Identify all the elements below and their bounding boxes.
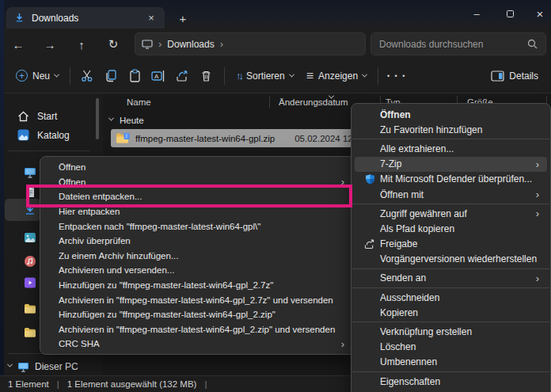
menu-item-oeffnen-mit[interactable]: Öffnen mit› xyxy=(355,187,547,202)
window-edge xyxy=(0,0,4,392)
menu-item-senden-an[interactable]: Senden an› xyxy=(355,271,547,286)
sidebar-videos-icon[interactable] xyxy=(24,276,36,289)
up-button[interactable]: ↑ xyxy=(71,35,92,54)
this-pc-icon xyxy=(142,40,153,49)
rename-button[interactable]: A xyxy=(146,64,170,88)
menu-item-hinzufuegen-zip[interactable]: Hinzufügen zu "ffmpeg-master-latest-win6… xyxy=(40,307,355,322)
computer-icon xyxy=(17,362,29,372)
svg-text:A: A xyxy=(154,73,159,80)
menu-item-ausschneiden[interactable]: Ausschneiden xyxy=(355,290,547,305)
share-button[interactable] xyxy=(170,64,194,88)
menu-item-vorgaengerversionen[interactable]: Vorgängerversionen wiederherstellen xyxy=(355,252,547,267)
menu-item-archivieren-zip-versenden[interactable]: Archivieren in "ffmpeg-master-latest-win… xyxy=(40,322,355,337)
menu-item-kopieren[interactable]: Kopieren xyxy=(355,305,547,320)
status-selection-info: 1 Element ausgewählt (132 MB) xyxy=(67,379,197,389)
menu-item-oeffnen-1[interactable]: Öffnen xyxy=(40,160,355,175)
new-tab-button[interactable]: + xyxy=(174,10,192,27)
share-icon xyxy=(364,239,375,249)
menu-separator xyxy=(352,204,549,204)
details-button-label: Details xyxy=(509,70,538,82)
details-pane-button[interactable]: Details xyxy=(484,66,545,86)
back-button[interactable]: ← xyxy=(8,35,28,54)
menu-separator xyxy=(352,322,549,322)
toolbar-divider xyxy=(70,67,70,85)
status-divider: | xyxy=(57,379,59,389)
download-tab-icon xyxy=(14,13,25,23)
column-divider[interactable] xyxy=(269,96,270,108)
status-total-count: 1 Element xyxy=(8,379,49,389)
status-divider: | xyxy=(204,379,207,389)
menu-separator xyxy=(352,139,549,139)
view-button-label: Anzeigen xyxy=(318,70,358,82)
toolbar-divider xyxy=(224,67,225,85)
breadcrumb-downloads[interactable]: Downloads xyxy=(167,39,214,50)
breadcrumb-separator-icon: › xyxy=(220,38,223,50)
submenu-arrow-icon: › xyxy=(536,207,539,219)
paste-button[interactable] xyxy=(123,64,146,88)
sort-button-label: Sortieren xyxy=(246,70,285,82)
delete-button[interactable] xyxy=(194,64,218,88)
forward-button[interactable]: → xyxy=(40,35,60,54)
copy-button[interactable] xyxy=(99,64,123,88)
menu-item-defender-scan[interactable]: Mit Microsoft Defender überprüfen... xyxy=(355,172,547,187)
sidebar-desktop-icon[interactable] xyxy=(24,166,36,179)
column-header-name[interactable]: Name xyxy=(127,93,285,111)
cut-button[interactable] xyxy=(75,64,99,88)
menu-item-als-pfad-kopieren[interactable]: Als Pfad kopieren xyxy=(355,221,547,236)
chevron-down-icon xyxy=(54,72,59,78)
view-button[interactable]: ≡ Anzeigen xyxy=(300,64,373,88)
tab-title: Downloads xyxy=(32,13,144,24)
minimize-button[interactable]: – xyxy=(459,0,494,27)
search-box[interactable] xyxy=(370,32,546,55)
refresh-button[interactable]: ↻ xyxy=(103,35,124,54)
menu-item-loeschen[interactable]: Löschen xyxy=(355,340,547,355)
search-icon xyxy=(527,39,538,49)
group-header-heute[interactable]: Heute xyxy=(109,112,144,128)
tab-downloads[interactable]: Downloads × xyxy=(6,7,165,29)
sort-icon: ↑↓ xyxy=(236,70,241,82)
group-label: Heute xyxy=(120,116,144,125)
sidebar-folder-icon[interactable] xyxy=(24,326,36,339)
menu-item-zu-archiv-hinzufuegen[interactable]: Zu einem Archiv hinzufügen... xyxy=(40,249,355,264)
sidebar-scrollbar[interactable] xyxy=(96,98,99,139)
annotation-highlight-box xyxy=(26,185,352,207)
more-options-button[interactable]: • • • xyxy=(383,64,410,88)
menu-item-archivieren-7z-versenden[interactable]: Archivieren in "ffmpeg-master-latest-win… xyxy=(40,292,355,307)
menu-item-7zip[interactable]: 7-Zip› xyxy=(355,157,547,172)
tab-close-icon[interactable]: × xyxy=(144,11,158,25)
zip-file-icon xyxy=(116,132,130,144)
sidebar-item-katalog[interactable]: Katalog xyxy=(6,125,92,145)
menu-item-entpacken-nach[interactable]: Entpacken nach "ffmpeg-master-latest-win… xyxy=(40,219,355,234)
chevron-down-icon xyxy=(289,72,294,78)
sort-button[interactable]: ↑↓ Sortieren xyxy=(230,65,300,86)
menu-item-archivieren-versenden[interactable]: Archivieren und versenden... xyxy=(40,263,355,278)
sidebar-pictures-icon[interactable] xyxy=(24,231,36,244)
menu-item-archiv-ueberpruefen[interactable]: Archiv überprüfen xyxy=(40,234,355,249)
command-toolbar: + Neu A ↑↓ Sortieren ≡ An xyxy=(0,59,551,93)
file-name: ffmpeg-master-latest-win64-gpl.zip xyxy=(135,134,275,143)
menu-item-zu-favoriten[interactable]: Zu Favoriten hinzufügen xyxy=(355,122,547,137)
menu-item-oeffnen[interactable]: Öffnen xyxy=(355,107,547,122)
sidebar-divider xyxy=(8,150,90,151)
menu-item-freigabe[interactable]: Freigabe xyxy=(355,237,547,252)
sidebar-music-icon[interactable] xyxy=(24,255,36,268)
menu-item-crc-sha[interactable]: CRC SHA› xyxy=(40,337,355,352)
new-button[interactable]: + Neu xyxy=(10,65,65,86)
menu-item-umbenennen[interactable]: Umbenennen xyxy=(355,355,547,370)
search-input[interactable] xyxy=(379,39,527,50)
menu-item-hinzufuegen-7z[interactable]: Hinzufügen zu "ffmpeg-master-latest-win6… xyxy=(40,278,355,293)
menu-item-alle-extrahieren[interactable]: Alle extrahieren... xyxy=(355,141,547,156)
menu-separator xyxy=(352,287,549,288)
chevron-down-icon xyxy=(362,72,367,78)
gallery-icon xyxy=(17,129,29,141)
new-button-label: Neu xyxy=(32,70,50,82)
view-list-icon: ≡ xyxy=(306,69,314,83)
sidebar-item-start[interactable]: Start xyxy=(6,106,92,126)
menu-item-verknuepfung-erstellen[interactable]: Verknüpfung erstellen xyxy=(355,324,547,339)
sidebar-item-dieser-pc[interactable]: Dieser PC xyxy=(8,358,100,375)
address-bar[interactable]: › Downloads › xyxy=(135,32,366,55)
menu-item-eigenschaften[interactable]: Eigenschaften xyxy=(355,374,547,389)
menu-item-zugriff-gewaehren[interactable]: Zugriff gewähren auf› xyxy=(355,206,547,221)
close-button[interactable]: × xyxy=(522,0,551,27)
sidebar-folder-icon[interactable] xyxy=(24,303,36,315)
